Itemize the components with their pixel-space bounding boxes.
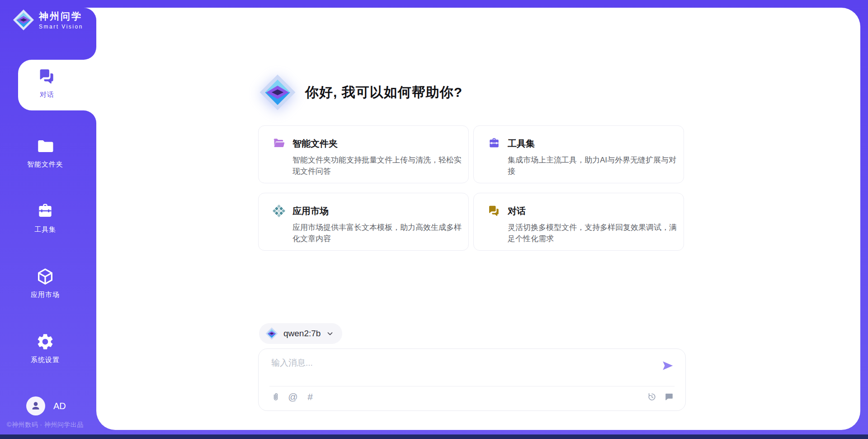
card-description: 灵活切换多模型文件，支持多样回复效果调试，满足个性化需求 [508, 222, 680, 244]
sidebar-item-label: 智能文件夹 [16, 160, 74, 169]
app-root: 神州问学 Smart Vision 对话 智能文件夹 工具集 [0, 0, 868, 439]
at-icon: @ [288, 391, 297, 402]
diamond-logo-icon [265, 327, 278, 340]
greeting-block: 你好, 我可以如何帮助你? [259, 74, 462, 111]
card-title: 智能文件夹 [292, 138, 338, 150]
chat-icon [487, 204, 501, 218]
tab-corner-scoop-top [84, 47, 96, 60]
history-icon [647, 392, 657, 402]
sidebar-item-chat[interactable]: 对话 [18, 60, 96, 110]
message-input[interactable] [271, 356, 651, 370]
card-description: 智能文件夹功能支持批量文件上传与清洗，轻松实现文件问答 [292, 155, 465, 177]
user-account[interactable]: AD [26, 396, 66, 415]
folder-icon [36, 137, 55, 156]
gear-icon [36, 332, 55, 351]
card-title: 对话 [508, 205, 526, 217]
user-name: AD [53, 401, 66, 411]
grid-cube-icon [272, 204, 286, 218]
sidebar-item-app-market[interactable]: 应用市场 [16, 267, 74, 299]
history-button[interactable] [646, 391, 657, 402]
card-toolset[interactable]: 工具集 集成市场上主流工具，助力AI与外界无缝扩展与对接 [473, 125, 684, 183]
folder-open-icon [272, 137, 286, 150]
composer-divider [269, 386, 675, 387]
chat-solid-icon [664, 392, 674, 402]
toolbox-icon [487, 137, 501, 150]
hash-icon: # [307, 391, 313, 402]
paperclip-icon [271, 392, 281, 402]
card-chat[interactable]: 对话 灵活切换多模型文件，支持多样回复效果调试，满足个性化需求 [473, 193, 684, 251]
sidebar-item-label: 对话 [18, 91, 76, 99]
card-title: 工具集 [508, 138, 535, 150]
card-description: 应用市场提供丰富长文本模板，助力高效生成多样化文章内容 [292, 222, 465, 244]
bottom-bar [0, 434, 868, 439]
cube-icon [36, 267, 55, 286]
avatar [26, 396, 45, 415]
brand-logo: 神州问学 Smart Vision [13, 9, 83, 31]
brand-subtitle: Smart Vision [39, 24, 83, 30]
topic-button[interactable]: # [305, 391, 316, 402]
tab-corner-scoop-bottom [84, 110, 96, 123]
attach-button[interactable] [270, 391, 281, 402]
card-title: 应用市场 [292, 205, 329, 217]
sidebar-footer: ©神州数码 · 神州问学出品 [0, 421, 90, 429]
mention-button[interactable]: @ [288, 391, 298, 402]
card-app-market[interactable]: 应用市场 应用市场提供丰富长文本模板，助力高效生成多样化文章内容 [258, 193, 469, 251]
diamond-logo-icon [13, 9, 34, 31]
panel-corner-scoop [84, 8, 96, 20]
send-icon [661, 359, 675, 372]
brand-name: 神州问学 [39, 10, 83, 23]
model-selector[interactable]: qwen2:7b [259, 323, 342, 344]
card-smart-folder[interactable]: 智能文件夹 智能文件夹功能支持批量文件上传与清洗，轻松实现文件问答 [258, 125, 469, 183]
sidebar-item-label: 系统设置 [16, 356, 74, 364]
sidebar-item-settings[interactable]: 系统设置 [16, 332, 74, 364]
model-name: qwen2:7b [283, 329, 321, 339]
send-button[interactable] [661, 359, 675, 372]
chat-icon [38, 67, 57, 86]
card-description: 集成市场上主流工具，助力AI与外界无缝扩展与对接 [508, 155, 680, 177]
sidebar-item-smart-folder[interactable]: 智能文件夹 [16, 137, 74, 169]
sidebar-item-label: 工具集 [16, 225, 74, 234]
chevron-down-icon [326, 329, 334, 338]
composer: @ # [258, 348, 686, 411]
person-icon [30, 400, 42, 412]
sidebar-item-toolset[interactable]: 工具集 [16, 202, 74, 234]
toolbox-icon [36, 202, 55, 221]
sidebar-item-label: 应用市场 [16, 291, 74, 299]
greeting-title: 你好, 我可以如何帮助你? [305, 83, 462, 102]
diamond-logo-icon [259, 74, 296, 111]
feedback-button[interactable] [664, 391, 675, 402]
